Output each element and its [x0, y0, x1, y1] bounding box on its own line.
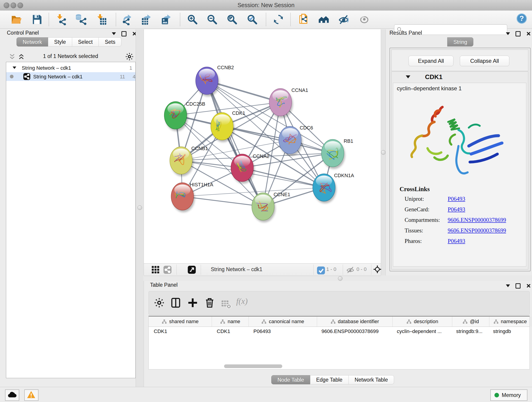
string-home-icon[interactable] [318, 14, 329, 25]
float-panel-icon[interactable] [515, 31, 520, 36]
table-row[interactable]: CDK1CDK1P064939606.ENSP00000378699cyclin… [149, 327, 530, 336]
table-cell[interactable]: CDK1 [149, 327, 212, 336]
tab-node-table[interactable]: Node Table [271, 375, 310, 384]
tab-select[interactable]: Select [72, 37, 99, 46]
network-node-CCNB2[interactable] [196, 67, 219, 96]
table-cell[interactable]: cyclin–dependent ... [392, 327, 451, 336]
import-network-database-icon[interactable] [75, 14, 86, 25]
network-node-CCNE1[interactable] [252, 193, 275, 222]
table-cell[interactable]: stringdb [488, 327, 530, 336]
collapse-panel-icon[interactable] [506, 32, 510, 35]
float-panel-icon[interactable] [121, 31, 127, 36]
crosslink-link-uniprot[interactable]: P06493 [448, 196, 465, 202]
table-cell[interactable]: CDK1 [212, 327, 248, 336]
collection-label: String Network – cdk1 [22, 65, 71, 71]
network-edge-CCNB2-CCNE1[interactable] [207, 81, 263, 206]
tab-sets[interactable]: Sets [99, 37, 121, 46]
network-node-CDK1[interactable] [211, 113, 234, 142]
zoom-in-icon[interactable] [187, 14, 198, 25]
horizontal-divider[interactable] [143, 275, 532, 281]
column-header-namespace[interactable]: namespace [489, 317, 531, 327]
table-horizontal-scrollbar[interactable] [224, 364, 282, 368]
network-edge-CDK1-RB1[interactable] [222, 126, 333, 153]
help-button[interactable]: ? [516, 13, 527, 24]
tab-network-table[interactable]: Network Table [349, 375, 394, 384]
tab-style[interactable]: Style [48, 37, 72, 46]
network-node-CCNA1[interactable] [269, 89, 293, 118]
left-divider-handle[interactable] [138, 205, 142, 210]
float-panel-icon[interactable] [515, 283, 520, 288]
network-from-document-icon[interactable] [298, 14, 309, 25]
import-table-icon[interactable] [96, 14, 107, 25]
save-session-icon[interactable] [31, 14, 43, 25]
left-divider[interactable] [136, 29, 144, 387]
close-panel-icon[interactable] [526, 283, 531, 288]
export-network-icon[interactable] [121, 14, 133, 25]
gene-section-header[interactable]: CDK1 [392, 72, 528, 82]
network-node-CDC6[interactable] [279, 126, 302, 156]
delete-column-icon[interactable] [204, 297, 215, 308]
expand-all-button[interactable]: Expand All [409, 56, 453, 66]
crosslink-link-compartments[interactable]: 9606.ENSP00000378699 [448, 217, 506, 223]
highlight-neighbors-icon[interactable] [359, 14, 370, 25]
column-header-description[interactable]: description [393, 317, 452, 327]
toolbar-separator [180, 13, 180, 26]
gene-expand-icon[interactable] [406, 75, 410, 78]
zoom-fit-icon[interactable] [226, 14, 238, 25]
memory-button[interactable]: Memory [490, 389, 527, 401]
network-options-gear-icon[interactable] [125, 52, 134, 62]
right-divider[interactable] [381, 29, 386, 275]
refresh-icon[interactable] [273, 14, 284, 25]
crosslink-link-pharos[interactable]: P06493 [448, 238, 465, 244]
toolbar-separator [266, 13, 266, 26]
network-canvas[interactable]: CCNB2CCNA1CDC25BCDK1CDC6RB1CCNB1CCNA2CDK… [144, 29, 381, 263]
network-node-CCNA2[interactable] [231, 154, 254, 184]
tab-string[interactable]: String [447, 37, 473, 46]
table-cell[interactable]: P06493 [248, 327, 317, 336]
column-header-name[interactable]: name [212, 317, 249, 327]
column-header-canonical-name[interactable]: canonical name [249, 317, 317, 327]
tab-network[interactable]: Network [17, 37, 48, 46]
zoom-selected-icon[interactable] [247, 14, 258, 25]
export-table-icon[interactable] [140, 14, 152, 25]
warning-button[interactable] [24, 389, 38, 401]
clear-table-icon-disabled [221, 299, 230, 308]
right-divider-handle[interactable] [381, 150, 386, 155]
horizontal-divider-handle[interactable] [338, 276, 342, 281]
import-network-file-icon[interactable] [55, 14, 66, 25]
network-collection-row[interactable]: String Network – cdk1 1 [6, 64, 135, 72]
open-session-icon[interactable] [11, 14, 22, 25]
table-cell[interactable]: stringdb:9... [451, 327, 488, 336]
column-header-shared-name[interactable]: shared name [149, 317, 212, 327]
network-node-RB1[interactable] [322, 139, 345, 169]
string-results-container: Expand All Collapse All CDK1 cyclin–depe… [389, 48, 531, 271]
hide-selected-icon[interactable] [338, 14, 349, 25]
network-row-selected[interactable]: String Network – cdk1 11 48 [6, 72, 135, 81]
collapse-all-button[interactable]: Collapse All [460, 56, 509, 66]
birdseye-crosshair-icon[interactable] [373, 265, 383, 274]
network-node-CDKN1A[interactable] [313, 174, 336, 203]
open-in-window-icon[interactable] [187, 265, 196, 274]
show-columns-icon[interactable] [170, 297, 181, 308]
grid-view-icon[interactable] [151, 265, 160, 274]
close-panel-icon[interactable] [526, 32, 531, 36]
selected-checkbox-icon[interactable] [317, 266, 323, 273]
export-image-icon[interactable] [160, 14, 172, 25]
window-title: Session: New Session [0, 2, 532, 8]
collection-expand-icon[interactable] [13, 66, 16, 69]
collapse-panel-icon[interactable] [506, 284, 510, 287]
network-share-view-icon[interactable] [163, 265, 172, 274]
collapse-panel-icon[interactable] [112, 32, 116, 35]
network-share-icon [23, 73, 31, 80]
add-column-icon[interactable] [187, 297, 198, 308]
crosslink-link-genecard[interactable]: P06493 [448, 206, 465, 213]
table-settings-gear-icon[interactable] [154, 297, 165, 308]
cloud-button[interactable] [5, 389, 19, 401]
column-header-database-identifier[interactable]: database identifier [317, 317, 393, 327]
zoom-out-icon[interactable] [206, 14, 218, 25]
column-header-@id[interactable]: @id [452, 317, 489, 327]
table-cell[interactable]: 9606.ENSP00000378699 [317, 327, 392, 336]
network-node-CCNB1[interactable] [170, 147, 193, 176]
crosslink-link-tissues[interactable]: 9606.ENSP00000378699 [448, 227, 506, 234]
tab-edge-table[interactable]: Edge Table [310, 375, 349, 384]
